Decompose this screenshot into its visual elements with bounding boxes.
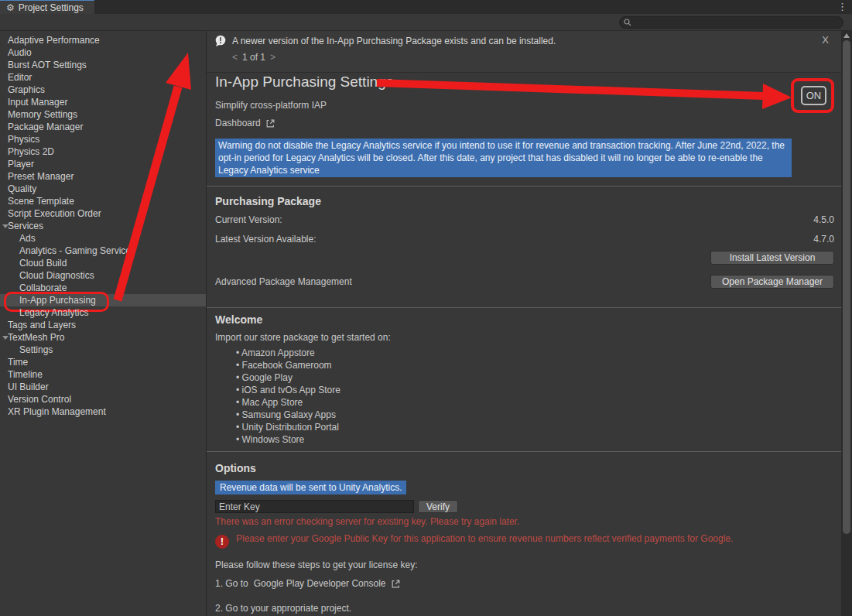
toolbar — [0, 14, 852, 31]
project-settings-window: ⚙ Project Settings ⋮ Adaptive Performanc… — [0, 0, 852, 616]
sidebar-item-services[interactable]: Services — [0, 220, 206, 232]
sidebar-item-audio[interactable]: Audio — [0, 46, 206, 59]
pager-next-icon[interactable]: > — [270, 52, 275, 63]
store-list-item: iOS and tvOs App Store — [236, 384, 834, 396]
store-list-item: Samsung Galaxy Apps — [236, 409, 834, 421]
scroll-up-icon[interactable] — [843, 33, 850, 38]
sidebar-item-ui-builder[interactable]: UI Builder — [0, 381, 206, 393]
sidebar-item-label: Quality — [8, 183, 36, 194]
sidebar-item-label: Audio — [8, 47, 32, 58]
sidebar-item-burst-aot-settings[interactable]: Burst AOT Settings — [0, 59, 206, 71]
key-input[interactable] — [215, 500, 414, 513]
sidebar-item-label: Tags and Layers — [8, 320, 76, 330]
install-latest-version-button[interactable]: Install Latest Version — [710, 251, 834, 265]
sidebar-item-adaptive-performance[interactable]: Adaptive Performance — [0, 34, 206, 46]
sidebar-item-label: Editor — [8, 72, 32, 83]
sidebar-item-label: XR Plugin Management — [8, 406, 106, 417]
sidebar-item-textmesh-pro[interactable]: TextMesh Pro — [0, 331, 206, 344]
sidebar-item-scene-template[interactable]: Scene Template — [0, 195, 206, 207]
foldout-caret-icon[interactable] — [2, 224, 9, 228]
store-list-item: Amazon Appstore — [236, 347, 834, 359]
sidebar-item-label: Collaborate — [19, 282, 67, 293]
google-key-warning-row: ! Please enter your Google Public Key fo… — [215, 533, 834, 549]
latest-version-label: Latest Version Available: — [215, 234, 317, 245]
sidebar-item-label: Timeline — [8, 369, 43, 380]
search-box[interactable] — [619, 16, 843, 29]
search-input[interactable] — [631, 18, 839, 27]
sidebar-item-label: Player — [8, 159, 34, 169]
section-divider — [207, 186, 841, 187]
store-list-item: Windows Store — [236, 433, 834, 446]
vertical-scrollbar[interactable] — [841, 31, 852, 616]
advanced-package-row: Advanced Package Management Open Package… — [215, 275, 834, 289]
sidebar-item-cloud-diagnostics[interactable]: Cloud Diagnostics — [0, 269, 206, 282]
foldout-caret-icon[interactable] — [2, 336, 9, 340]
sidebar-item-cloud-build[interactable]: Cloud Build — [0, 257, 206, 269]
sidebar-item-legacy-analytics[interactable]: Legacy Analytics — [0, 306, 206, 319]
sidebar-item-label: Services — [8, 221, 43, 231]
sidebar-item-label: Adaptive Performance — [8, 35, 100, 46]
google-play-console-link[interactable]: Google Play Developer Console — [254, 578, 386, 589]
store-list: Amazon Appstore Facebook Gameroom Google… — [236, 347, 834, 446]
sidebar-item-label: Graphics — [8, 84, 45, 95]
title-bar: ⚙ Project Settings ⋮ — [0, 0, 852, 14]
sidebar-item-label: Version Control — [8, 394, 71, 405]
sidebar-item-in-app-purchasing[interactable]: In-App Purchasing — [0, 294, 206, 306]
iap-on-toggle-button[interactable]: ON — [801, 86, 826, 105]
sidebar-item-xr-plugin-management[interactable]: XR Plugin Management — [0, 406, 206, 418]
kebab-menu-icon[interactable]: ⋮ — [837, 1, 847, 13]
window-title: Project Settings — [19, 2, 84, 13]
sidebar-item-label: Ads — [19, 233, 36, 244]
section-divider — [207, 451, 841, 452]
store-list-item: Facebook Gameroom — [236, 359, 834, 371]
sidebar-item-package-manager[interactable]: Package Manager — [0, 121, 206, 133]
sidebar-item-label: TextMesh Pro — [8, 332, 64, 343]
sidebar-item-script-execution-order[interactable]: Script Execution Order — [0, 207, 206, 220]
sidebar-item-label: UI Builder — [8, 382, 49, 392]
sidebar-item-version-control[interactable]: Version Control — [0, 393, 206, 406]
close-icon[interactable]: X — [822, 34, 829, 46]
notification-pager: < 1 of 1 > — [232, 52, 275, 63]
sidebar-item-label: In-App Purchasing — [19, 295, 96, 306]
sidebar-item-label: Script Execution Order — [8, 208, 101, 219]
license-step-2: 2. Go to your appropriate project. — [215, 603, 834, 614]
tab-project-settings[interactable]: ⚙ Project Settings — [0, 0, 94, 14]
sidebar-item-label: Burst AOT Settings — [8, 60, 87, 70]
sidebar-item-label: Time — [8, 357, 28, 368]
pager-label: 1 of 1 — [242, 52, 265, 63]
current-version-row: Current Version: 4.5.0 — [215, 214, 834, 225]
sidebar-item-graphics[interactable]: Graphics — [0, 84, 206, 96]
dashboard-link-label: Dashboard — [215, 118, 261, 128]
sidebar-item-tags-and-layers[interactable]: Tags and Layers — [0, 319, 206, 331]
sidebar-item-label: Input Manager — [8, 97, 67, 108]
sidebar-item-memory-settings[interactable]: Memory Settings — [0, 108, 206, 121]
latest-version-value: 4.7.0 — [813, 234, 834, 245]
sidebar-item-ads[interactable]: Ads — [0, 232, 206, 245]
sidebar-item-physics[interactable]: Physics — [0, 133, 206, 145]
current-version-value: 4.5.0 — [813, 214, 834, 225]
dashboard-link[interactable]: Dashboard — [215, 118, 834, 128]
sidebar-item-label: Analytics - Gaming Services — [19, 245, 135, 256]
settings-sidebar: Adaptive Performance Audio Burst AOT Set… — [0, 31, 207, 616]
scrollbar-thumb[interactable] — [843, 40, 850, 534]
sidebar-item-collaborate[interactable]: Collaborate — [0, 282, 206, 294]
sidebar-item-settings[interactable]: Settings — [0, 344, 206, 356]
sidebar-item-input-manager[interactable]: Input Manager — [0, 96, 206, 108]
sidebar-item-physics-2d[interactable]: Physics 2D — [0, 145, 206, 158]
legacy-analytics-warning: Warning do not disable the Legacy Analyt… — [215, 139, 792, 177]
sidebar-item-timeline[interactable]: Timeline — [0, 368, 206, 381]
store-list-item: Unity Distribution Portal — [236, 421, 834, 433]
sidebar-item-quality[interactable]: Quality — [0, 183, 206, 195]
sidebar-item-time[interactable]: Time — [0, 356, 206, 368]
welcome-intro: Import our store package to get started … — [215, 332, 834, 343]
sidebar-item-label: Legacy Analytics — [19, 307, 88, 318]
sidebar-item-analytics-gaming-services[interactable]: Analytics - Gaming Services — [0, 245, 206, 257]
sidebar-item-preset-manager[interactable]: Preset Manager — [0, 170, 206, 183]
pager-prev-icon[interactable]: < — [232, 52, 238, 63]
sidebar-item-editor[interactable]: Editor — [0, 71, 206, 84]
open-package-manager-button[interactable]: Open Package Manager — [710, 275, 834, 289]
verify-button[interactable]: Verify — [418, 500, 458, 513]
external-link-icon — [265, 118, 275, 128]
sidebar-item-player[interactable]: Player — [0, 158, 206, 170]
server-error-text: There was an error checking server for e… — [215, 516, 834, 527]
